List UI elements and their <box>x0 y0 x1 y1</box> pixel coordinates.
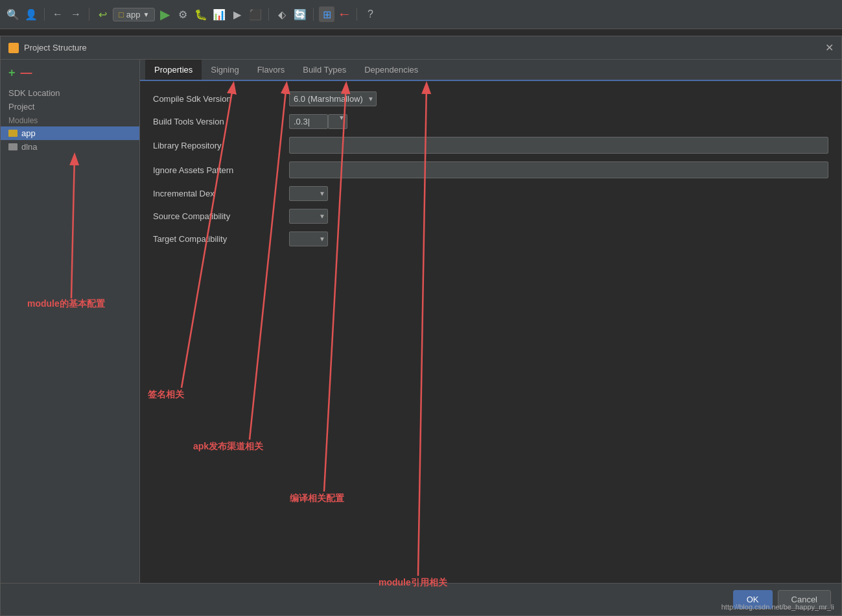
target-compat-row: Target Compatibility ▼ <box>153 231 828 246</box>
sidebar-item-app[interactable]: app <box>1 126 139 140</box>
add-remove-controls: + — <box>1 66 139 86</box>
dlna-folder-icon <box>8 143 18 150</box>
project-structure-dialog: Project Structure ✕ + — SDK Location Pro… <box>0 36 842 616</box>
content-area: Properties Signing Flavors Build Types D… <box>140 60 841 583</box>
undo-icon[interactable]: ↩ <box>95 6 110 22</box>
sep5 <box>357 8 357 21</box>
build-tools-select[interactable] <box>328 114 347 129</box>
dialog-titlebar: Project Structure ✕ <box>1 36 841 60</box>
compile-sdk-version-row: Compile Sdk Version 6.0 (Marshmallow) ▼ <box>153 91 828 106</box>
search-icon[interactable]: 🔍 <box>5 6 21 22</box>
tab-flavors[interactable]: Flavors <box>248 60 294 81</box>
close-button[interactable]: ✕ <box>825 43 834 53</box>
source-compat-wrapper: ▼ <box>289 209 328 224</box>
build-icon[interactable]: ⚙ <box>175 6 191 22</box>
incremental-dex-wrapper: ▼ <box>289 186 328 201</box>
dialog-footer: OK Cancel <box>1 583 841 615</box>
toolbar: 🔍 👤 ← → ↩ □ app ▼ ▶ ⚙ 🐛 📊 ▶ ⬛ ⬖ 🔄 ⊞ ← ? <box>0 0 842 29</box>
compile-sdk-select-wrapper: 6.0 (Marshmallow) ▼ <box>289 91 377 106</box>
build-tools-label: Build Tools Version <box>153 117 283 126</box>
tab-build-types[interactable]: Build Types <box>294 60 355 81</box>
refresh-icon[interactable]: 🔄 <box>292 6 308 22</box>
app-label: app <box>126 10 141 19</box>
tabs-bar: Properties Signing Flavors Build Types D… <box>140 60 841 81</box>
debug-icon[interactable]: 🐛 <box>193 6 209 22</box>
user-icon[interactable]: 👤 <box>23 6 39 22</box>
remove-module-button[interactable]: — <box>21 66 32 80</box>
library-repository-input[interactable] <box>289 137 828 154</box>
cancel-button[interactable]: Cancel <box>778 590 831 609</box>
properties-form: Compile Sdk Version 6.0 (Marshmallow) ▼ … <box>140 81 841 583</box>
coverage-icon[interactable]: 📊 <box>211 6 227 22</box>
build-tools-version-row: Build Tools Version ▼ <box>153 114 828 129</box>
dialog-title-text: Project Structure <box>24 43 87 53</box>
sidebar: + — SDK Location Project Modules app dln… <box>1 60 140 583</box>
stop-icon[interactable]: ⬛ <box>248 6 263 22</box>
ignore-assets-input[interactable] <box>289 161 828 178</box>
tab-dependencies[interactable]: Dependencies <box>355 60 427 81</box>
sep4 <box>313 8 314 21</box>
build-tools-dropdown: ▼ <box>328 114 347 129</box>
sep3 <box>268 8 269 21</box>
run-button[interactable]: ▶ <box>158 5 172 23</box>
dialog-title-icon <box>8 43 19 53</box>
app-dropdown-arrow: ▼ <box>143 11 150 18</box>
ok-button[interactable]: OK <box>733 590 773 609</box>
modules-section-label: Modules <box>1 113 139 126</box>
library-repository-row: Library Repository <box>153 137 828 154</box>
source-compat-label: Source Compatibility <box>153 211 283 221</box>
sidebar-item-sdk-location[interactable]: SDK Location <box>1 86 139 100</box>
app-selector[interactable]: □ app ▼ <box>113 8 155 21</box>
source-compat-select[interactable] <box>289 209 328 224</box>
sidebar-item-project[interactable]: Project <box>1 100 139 113</box>
sidebar-item-dlna[interactable]: dlna <box>1 140 139 154</box>
target-compat-label: Target Compatibility <box>153 234 283 244</box>
compile-sdk-label: Compile Sdk Version <box>153 94 283 104</box>
toolbar-annotation-arrow: ← <box>337 6 351 23</box>
gradle-icon[interactable]: ⬖ <box>274 6 290 22</box>
build-tools-input[interactable] <box>289 114 328 129</box>
build-tools-input-wrapper: ▼ <box>289 114 347 129</box>
source-compat-row: Source Compatibility ▼ <box>153 209 828 224</box>
ignore-assets-row: Ignore Assets Pattern <box>153 161 828 178</box>
back-icon[interactable]: ← <box>50 6 65 22</box>
app-folder-icon <box>8 130 18 137</box>
sep1 <box>44 8 45 21</box>
tab-signing[interactable]: Signing <box>202 60 248 81</box>
compile-sdk-select[interactable]: 6.0 (Marshmallow) <box>289 91 377 106</box>
library-repository-label: Library Repository <box>153 141 283 150</box>
add-module-button[interactable]: + <box>8 66 16 80</box>
incremental-dex-select[interactable] <box>289 186 328 201</box>
profile-icon[interactable]: ▶ <box>229 6 245 22</box>
ignore-assets-label: Ignore Assets Pattern <box>153 165 283 175</box>
sep2 <box>89 8 89 21</box>
structure-icon[interactable]: ⊞ <box>319 6 334 22</box>
tab-properties[interactable]: Properties <box>145 60 202 81</box>
help-icon[interactable]: ? <box>362 6 378 22</box>
dialog-body: + — SDK Location Project Modules app dln… <box>1 60 841 583</box>
target-compat-select[interactable] <box>289 231 328 246</box>
forward-icon[interactable]: → <box>68 6 84 22</box>
incremental-dex-row: Incremental Dex ▼ <box>153 186 828 201</box>
incremental-dex-label: Incremental Dex <box>153 189 283 198</box>
target-compat-wrapper: ▼ <box>289 231 328 246</box>
